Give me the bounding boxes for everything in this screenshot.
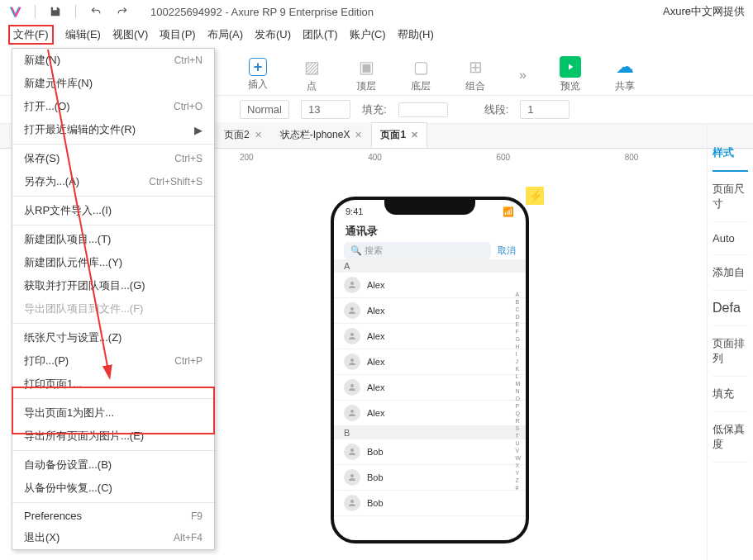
menu-file[interactable]: 文件(F) bbox=[8, 25, 54, 45]
tool-insert[interactable]: +插入 bbox=[248, 58, 268, 92]
rp-lofi[interactable]: 低保真度 bbox=[712, 412, 748, 463]
close-icon[interactable]: ✕ bbox=[255, 130, 262, 140]
menu-project[interactable]: 项目(P) bbox=[160, 27, 195, 42]
title-bar: 100225694992 - Axure RP 9 Enterprise Edi… bbox=[0, 0, 753, 23]
menu-item[interactable]: 新建(N)Ctrl+N bbox=[12, 49, 214, 72]
avatar-icon bbox=[344, 444, 360, 460]
close-icon[interactable]: ✕ bbox=[355, 130, 362, 140]
avatar-icon bbox=[344, 328, 360, 344]
menu-view[interactable]: 视图(V) bbox=[112, 27, 148, 42]
contact-section-header: A bbox=[334, 259, 526, 273]
menu-item[interactable]: 打开...(O)Ctrl+O bbox=[12, 95, 214, 118]
phone-mockup[interactable]: ⚡ 9:41📶 通讯录 🔍 搜索 取消 AAlexAlexAlexAlexAle… bbox=[331, 197, 537, 560]
phone-cancel-button[interactable]: 取消 bbox=[498, 244, 516, 257]
rp-dim[interactable]: 页面尺寸 bbox=[712, 172, 748, 222]
menu-item[interactable]: 新建团队元件库...(Y) bbox=[12, 251, 214, 274]
menu-item[interactable]: 导出页面1为图片... bbox=[12, 401, 214, 425]
lightning-icon[interactable]: ⚡ bbox=[526, 187, 544, 205]
menu-item[interactable]: 从备份中恢复...(C) bbox=[12, 477, 214, 500]
menu-item[interactable]: 打印...(P)Ctrl+P bbox=[12, 349, 214, 373]
avatar-icon bbox=[344, 405, 360, 421]
line-width-field[interactable]: 1 bbox=[520, 100, 570, 119]
phone-search-row: 🔍 搜索 取消 bbox=[334, 242, 526, 259]
file-dropdown-menu: 新建(N)Ctrl+N新建元件库(N)打开...(O)Ctrl+O打开最近编辑的… bbox=[12, 48, 215, 550]
contact-row[interactable]: Bob bbox=[334, 465, 526, 491]
menu-item[interactable]: 获取并打开团队项目...(G) bbox=[12, 274, 214, 297]
svg-point-5 bbox=[350, 410, 354, 413]
menu-edit[interactable]: 编辑(E) bbox=[65, 27, 101, 42]
menu-item[interactable]: 新建元件库(N) bbox=[12, 72, 214, 95]
avatar-icon bbox=[344, 469, 360, 486]
avatar-icon bbox=[344, 495, 360, 511]
tool-bottom[interactable]: ▢底层 bbox=[410, 56, 431, 93]
menu-item[interactable]: PreferencesF9 bbox=[12, 505, 214, 526]
menu-item[interactable]: 另存为...(A)Ctrl+Shift+S bbox=[12, 170, 214, 193]
menu-item[interactable]: 打开最近编辑的文件(R)▶ bbox=[12, 118, 214, 141]
close-icon[interactable]: ✕ bbox=[411, 130, 418, 140]
contact-row[interactable]: Alex bbox=[334, 298, 526, 324]
rp-style[interactable]: 样式 bbox=[712, 135, 748, 172]
rp-default[interactable]: Defa bbox=[712, 291, 748, 326]
app-logo-icon bbox=[8, 5, 21, 18]
font-size-field[interactable]: 13 bbox=[301, 100, 350, 119]
fill-swatch[interactable] bbox=[398, 102, 448, 117]
menu-publish[interactable]: 发布(U) bbox=[255, 27, 291, 42]
menu-item[interactable]: 自动备份设置...(B) bbox=[12, 453, 214, 477]
contact-row[interactable]: Bob bbox=[334, 439, 526, 465]
contact-row[interactable]: Alex bbox=[334, 375, 526, 401]
svg-point-6 bbox=[350, 448, 354, 452]
menu-account[interactable]: 账户(C) bbox=[350, 27, 386, 42]
menu-team[interactable]: 团队(T) bbox=[303, 27, 338, 42]
phone-contact-list[interactable]: AAlexAlexAlexAlexAlexAlexBBobBobBob bbox=[334, 259, 526, 516]
phone-index-bar[interactable]: ABCDEFGHIJKLMNOPQRSTUVWXYZ# bbox=[515, 291, 521, 491]
contact-row[interactable]: Alex bbox=[334, 401, 526, 426]
undo-icon[interactable] bbox=[89, 5, 102, 18]
svg-point-2 bbox=[350, 333, 354, 336]
menu-item[interactable]: 退出(X)Alt+F4 bbox=[12, 526, 214, 549]
menu-item[interactable]: 导出所有页面为图片...(E) bbox=[12, 425, 214, 448]
avatar-icon bbox=[344, 354, 360, 370]
phone-search-input[interactable]: 🔍 搜索 bbox=[344, 242, 491, 259]
contact-section-header: B bbox=[334, 426, 526, 439]
menu-layout[interactable]: 布局(A) bbox=[207, 27, 243, 42]
phone-notch bbox=[384, 200, 475, 215]
menu-item[interactable]: 从RP文件导入...(I) bbox=[12, 199, 214, 222]
phone-title: 通讯录 bbox=[334, 221, 526, 242]
menu-item[interactable]: 保存(S)Ctrl+S bbox=[12, 147, 214, 170]
line-label: 线段: bbox=[484, 102, 509, 117]
provider-label: Axure中文网提供 bbox=[663, 4, 745, 19]
rp-add[interactable]: 添加自 bbox=[712, 255, 748, 291]
menu-item[interactable]: 打印页面1... bbox=[12, 373, 214, 396]
tab-statusbar[interactable]: 状态栏-IphoneX✕ bbox=[271, 122, 372, 148]
tab-page2[interactable]: 页面2✕ bbox=[215, 122, 271, 148]
save-icon[interactable] bbox=[49, 5, 62, 18]
tab-page1[interactable]: 页面1✕ bbox=[371, 122, 427, 148]
tool-preview[interactable]: 预览 bbox=[560, 56, 581, 93]
svg-point-7 bbox=[350, 474, 354, 477]
svg-point-0 bbox=[350, 282, 354, 285]
fill-label: 填充: bbox=[362, 102, 387, 117]
menu-item[interactable]: 新建团队项目...(T) bbox=[12, 228, 214, 251]
avatar-icon bbox=[344, 277, 360, 293]
avatar-icon bbox=[344, 379, 360, 396]
contact-row[interactable]: Alex bbox=[334, 273, 526, 298]
menu-item: 导出团队项目到文件...(F) bbox=[12, 297, 214, 320]
tool-top[interactable]: ▣顶层 bbox=[355, 56, 377, 93]
menu-help[interactable]: 帮助(H) bbox=[398, 27, 434, 42]
rp-align[interactable]: 页面排列 bbox=[712, 326, 748, 377]
contact-row[interactable]: Alex bbox=[334, 324, 526, 349]
contact-row[interactable]: Bob bbox=[334, 491, 526, 516]
avatar-icon bbox=[344, 302, 360, 319]
tool-group[interactable]: ⊞组合 bbox=[465, 56, 486, 93]
menu-item[interactable]: 纸张尺寸与设置...(Z) bbox=[12, 326, 214, 349]
tool-point[interactable]: ▨点 bbox=[301, 56, 322, 93]
tool-more[interactable]: » bbox=[519, 68, 527, 83]
rp-fill[interactable]: 填充 bbox=[712, 377, 748, 412]
style-select[interactable]: Normal bbox=[240, 100, 289, 119]
rp-auto[interactable]: Auto bbox=[712, 222, 748, 255]
contact-row[interactable]: Alex bbox=[334, 349, 526, 375]
tool-share[interactable]: ☁共享 bbox=[614, 56, 636, 93]
svg-point-1 bbox=[350, 307, 354, 311]
redo-icon[interactable] bbox=[116, 5, 129, 18]
document-title: 100225694992 - Axure RP 9 Enterprise Edi… bbox=[150, 6, 374, 18]
